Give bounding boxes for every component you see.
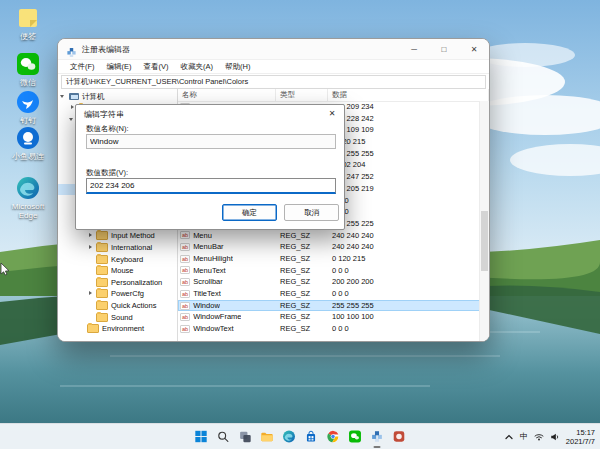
registry-value-row-MenuHilight[interactable]: abMenuHilightREG_SZ0 120 215	[178, 253, 480, 265]
registry-value-row-WindowText[interactable]: abWindowTextREG_SZ0 0 0	[178, 323, 480, 335]
registry-value-row-Window[interactable]: abWindowREG_SZ255 255 255	[178, 300, 480, 312]
registry-value-row-TitleText[interactable]: abTitleTextREG_SZ0 0 0	[178, 288, 480, 300]
tree-chevron-icon[interactable]	[87, 290, 95, 298]
column-header-数据[interactable]: 数据	[328, 89, 489, 101]
taskbar-center-icons	[193, 424, 408, 449]
tree-item-Personalization[interactable]: Personalization	[58, 277, 177, 289]
desktop-icon-Microsoft Edge[interactable]: Microsoft Edge	[2, 176, 54, 220]
wifi-icon[interactable]	[534, 428, 544, 446]
tree-item-International[interactable]: International	[58, 242, 177, 254]
desktop-icon-label: 钉钉	[2, 116, 54, 125]
app-red-icon[interactable]	[391, 428, 408, 445]
tree-item-Keyboard[interactable]: Keyboard	[58, 253, 177, 265]
value-type: REG_SZ	[276, 288, 328, 300]
store-icon[interactable]	[303, 428, 320, 445]
tree-chevron-icon	[87, 301, 95, 309]
menu-item[interactable]: 帮助(H)	[219, 62, 256, 72]
desktop-icon-钉钉[interactable]: 钉钉	[2, 90, 54, 125]
column-header-类型[interactable]: 类型	[276, 89, 328, 101]
value-name: MenuBar	[193, 241, 223, 253]
chrome-icon[interactable]	[325, 428, 342, 445]
value-type: REG_SZ	[276, 323, 328, 335]
tree-item-label: Environment	[102, 324, 144, 333]
tree-item-Sound[interactable]: Sound	[58, 311, 177, 323]
tree-chevron-icon	[87, 313, 95, 321]
registry-value-row-MenuText[interactable]: abMenuTextREG_SZ0 0 0	[178, 265, 480, 277]
edit-string-dialog: 编辑字符串 ✕ 数值名称(N): 数值数据(V): 确定 取消	[75, 104, 345, 230]
cancel-button[interactable]: 取消	[284, 204, 339, 221]
reg-sz-icon: ab	[180, 290, 190, 298]
menu-item[interactable]: 编辑(E)	[101, 62, 138, 72]
value-name-cell: abWindowFrame	[178, 311, 276, 323]
value-data: 240 240 240	[328, 230, 480, 242]
minimize-button[interactable]: ─	[399, 39, 429, 59]
value-data: 255 255 255	[328, 148, 480, 160]
reg-sz-icon: ab	[180, 313, 190, 321]
dialog-close-icon[interactable]: ✕	[320, 105, 344, 122]
xiaoyu-icon	[16, 126, 40, 150]
search-icon[interactable]	[215, 428, 232, 445]
reg-sz-icon: ab	[180, 231, 190, 239]
desktop-icon-小鱼易连[interactable]: 小鱼易连	[2, 126, 54, 161]
value-data: 244 247 252	[328, 171, 480, 183]
ok-button[interactable]: 确定	[222, 204, 277, 221]
value-name-label: 数值名称(N):	[86, 124, 129, 134]
taskview-icon[interactable]	[237, 428, 254, 445]
value-type: REG_SZ	[276, 230, 328, 242]
window-title: 注册表编辑器	[82, 44, 399, 55]
wechat-icon	[16, 52, 40, 76]
menu-item[interactable]: 文件(F)	[64, 62, 101, 72]
value-name-cell: abWindow	[178, 300, 276, 312]
scrollbar-thumb[interactable]	[481, 211, 488, 271]
clock-time: 15:17	[566, 428, 595, 437]
tree-chevron-icon	[87, 255, 95, 263]
list-scrollbar[interactable]	[479, 101, 489, 341]
desktop-icon-便签[interactable]: 便签	[2, 6, 54, 41]
tree-item-Quick Actions[interactable]: Quick Actions	[58, 300, 177, 312]
column-header-名称[interactable]: 名称	[178, 89, 276, 101]
tree-chevron-icon[interactable]	[87, 232, 95, 240]
title-bar[interactable]: 注册表编辑器 ─ □ ✕	[58, 39, 489, 60]
registry-value-row-Scrollbar[interactable]: abScrollbarREG_SZ200 200 200	[178, 276, 480, 288]
menu-item[interactable]: 查看(V)	[138, 62, 175, 72]
tree-chevron-icon	[87, 278, 95, 286]
registry-value-row-WindowFrame[interactable]: abWindowFrameREG_SZ100 100 100	[178, 311, 480, 323]
hidden-icons-chevron-icon[interactable]	[504, 428, 514, 446]
tree-item-PowerCfg[interactable]: PowerCfg	[58, 288, 177, 300]
ime-indicator[interactable]: 中	[520, 431, 528, 442]
folder-icon	[96, 266, 108, 275]
value-name-cell: abMenuText	[178, 265, 276, 277]
mouse-cursor	[0, 262, 11, 277]
tree-chevron-icon[interactable]	[87, 244, 95, 252]
address-bar[interactable]: 计算机\HKEY_CURRENT_USER\Control Panel\Colo…	[61, 75, 486, 89]
maximize-button[interactable]: □	[429, 39, 459, 59]
edge-icon[interactable]	[281, 428, 298, 445]
reg-sz-icon: ab	[180, 302, 190, 310]
tree-item-计算机[interactable]: 计算机	[58, 91, 177, 103]
regedit-app-icon	[66, 44, 77, 55]
tree-chevron-icon[interactable]	[60, 93, 68, 101]
tree-item-Environment[interactable]: Environment	[58, 323, 177, 335]
clock-date: 2021/7/7	[566, 437, 595, 446]
start-icon[interactable]	[193, 428, 210, 445]
folder-icon	[96, 278, 108, 287]
clock[interactable]: 15:17 2021/7/7	[566, 428, 595, 446]
registry-value-row-MenuBar[interactable]: abMenuBarREG_SZ240 240 240	[178, 241, 480, 253]
close-button[interactable]: ✕	[459, 39, 489, 59]
regedit-icon[interactable]	[369, 428, 386, 445]
reg-sz-icon: ab	[180, 243, 190, 251]
value-data: 0 102 204	[328, 159, 480, 171]
value-name-input[interactable]	[86, 134, 336, 149]
explorer-icon[interactable]	[259, 428, 276, 445]
value-data-input[interactable]	[86, 178, 336, 194]
tree-chevron-icon	[78, 325, 86, 333]
menu-item[interactable]: 收藏夹(A)	[175, 62, 220, 72]
value-name: WindowText	[193, 323, 233, 335]
wechat-icon[interactable]	[347, 428, 364, 445]
value-type: REG_SZ	[276, 253, 328, 265]
tree-item-Input Method[interactable]: Input Method	[58, 230, 177, 242]
volume-icon[interactable]	[550, 428, 560, 446]
registry-value-row-Menu[interactable]: abMenuREG_SZ240 240 240	[178, 230, 480, 242]
tree-item-Mouse[interactable]: Mouse	[58, 265, 177, 277]
desktop-icon-微信[interactable]: 微信	[2, 52, 54, 87]
